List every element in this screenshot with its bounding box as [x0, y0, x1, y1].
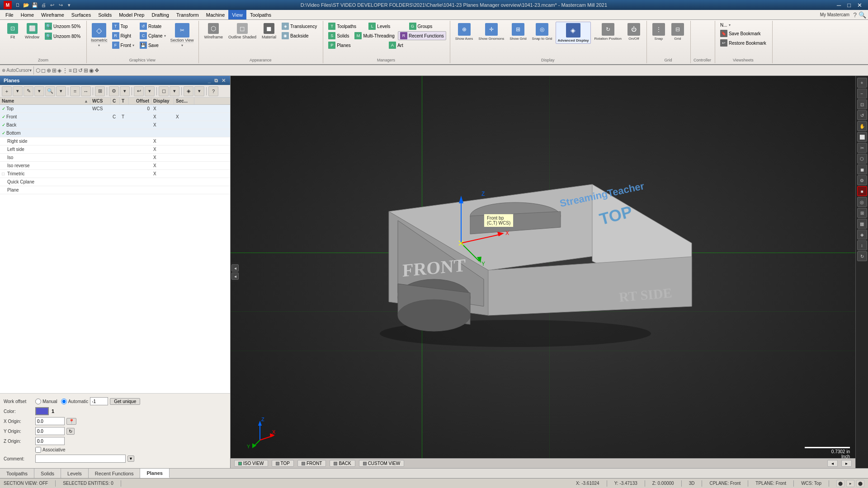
search-icon[interactable]: 🔍 — [859, 11, 866, 19]
panel-float-btn[interactable]: ⧉ — [213, 78, 219, 84]
x-origin-pick-btn[interactable]: 📍 — [66, 418, 76, 425]
front-view-btn[interactable]: F Front ▾ — [110, 41, 137, 50]
status-btn-2[interactable]: ▸ — [846, 480, 854, 487]
vp-nav-left[interactable]: ◂ — [827, 460, 838, 467]
z-origin-input[interactable] — [35, 437, 65, 445]
toolbar-icon-3[interactable]: ⊕ — [47, 67, 51, 74]
associative-checkbox-label[interactable]: Associative — [35, 447, 66, 453]
vp-unknown-5[interactable]: ↕ — [857, 240, 867, 250]
toolbar-icon-11[interactable]: ◉ — [89, 67, 94, 74]
multi-threading-btn[interactable]: M Multi-Threading — [352, 31, 396, 40]
viewport[interactable]: TOP StreamingTeacher FRONT RT SIDE — [231, 76, 868, 468]
menu-drafting[interactable]: Drafting — [148, 10, 173, 19]
qa-redo[interactable]: ↪ — [57, 1, 65, 9]
qa-undo[interactable]: ↩ — [48, 1, 56, 9]
vp-orbit[interactable]: ↺ — [857, 110, 867, 120]
vp-unknown-2[interactable]: ⊞ — [857, 208, 867, 218]
snap-icon[interactable]: ⋮ Snap — [650, 22, 668, 42]
table-row[interactable]: Iso reverse X — [0, 162, 230, 170]
cplane-btn[interactable]: C Cplane ▾ — [137, 31, 168, 40]
outline-btn[interactable]: ◻ Outline Shaded — [226, 22, 259, 41]
qa-more[interactable]: ▾ — [65, 1, 73, 9]
planes-select-dropdown[interactable]: ▾ — [170, 86, 179, 96]
grid-icon[interactable]: ⊟ Grid — [669, 22, 687, 42]
translucency-btn[interactable]: ◈ Translucency — [279, 22, 319, 31]
unzoom80-btn[interactable]: 🔍 Unzoom 80% — [42, 32, 83, 41]
on-off-btn[interactable]: ⏻ On/Off — [625, 22, 643, 42]
planes-edit-btn[interactable]: ✎ — [24, 86, 33, 96]
tab-recent-functions[interactable]: Recent Functions — [89, 469, 141, 478]
table-row[interactable]: Iso X — [0, 154, 230, 162]
color-swatch[interactable] — [35, 407, 49, 415]
vp-unknown-1[interactable]: ◎ — [857, 197, 867, 207]
planes-btn[interactable]: P Planes — [326, 41, 386, 50]
status-btn-1[interactable]: ⬤ — [836, 480, 844, 487]
tab-planes[interactable]: Planes — [140, 469, 169, 478]
planes-dropdown-btn[interactable]: ▾ — [13, 86, 23, 96]
groups-btn[interactable]: G Groups — [407, 22, 446, 31]
vp-zoom-out[interactable]: − — [857, 89, 867, 99]
planes-dropdown2-btn[interactable]: ▾ — [34, 86, 44, 96]
y-origin-input[interactable] — [35, 427, 65, 435]
vp-shaded[interactable]: ◼ — [857, 164, 867, 174]
work-offset-input[interactable] — [90, 397, 108, 405]
x-origin-input[interactable] — [35, 417, 65, 425]
comment-input[interactable] — [35, 455, 126, 463]
qa-open[interactable]: 📂 — [22, 1, 30, 9]
panel-close-btn[interactable]: ✕ — [221, 78, 226, 84]
vp-red-indicator[interactable]: ■ — [857, 186, 867, 196]
save-bookmark-btn[interactable]: 🔖 Save Bookmark — [718, 29, 769, 38]
planes-view-dropdown[interactable]: ▾ — [194, 86, 204, 96]
menu-toolpaths[interactable]: Toolpaths — [246, 10, 275, 19]
tab-levels[interactable]: Levels — [61, 469, 89, 478]
solids-mgr-btn[interactable]: S Solids — [326, 31, 351, 40]
table-row[interactable]: □ Trimetric X — [0, 170, 230, 178]
table-row[interactable]: ✓ Front C T X X — [0, 113, 230, 121]
planes-view-btn[interactable]: ◈ — [184, 86, 193, 96]
vp-unknown-3[interactable]: ▦ — [857, 219, 867, 229]
vp-section[interactable]: ✂ — [857, 143, 867, 153]
art-btn[interactable]: A Art — [387, 41, 446, 50]
toolbar-icon-2[interactable]: ◻ — [41, 67, 46, 74]
menu-model-prep[interactable]: Model Prep — [115, 10, 148, 19]
table-row[interactable]: ✓ Back X — [0, 121, 230, 129]
panel-minimize-btn[interactable]: _ — [207, 78, 212, 84]
backside-btn[interactable]: ◉ Backside — [279, 31, 319, 40]
toolbar-icon-10[interactable]: ⊞ — [84, 67, 88, 74]
right-view-btn[interactable]: R Right — [110, 31, 137, 40]
toolbar-icon-4[interactable]: ⊞ — [52, 67, 57, 74]
iso-view-btn[interactable]: ISO VIEW — [234, 460, 268, 467]
vp-unknown-4[interactable]: ◈ — [857, 230, 867, 239]
unzoom50-btn[interactable]: 🔍 Unzoom 50% — [42, 22, 83, 31]
planes-help-btn[interactable]: ? — [208, 86, 218, 96]
toolbar-icon-6[interactable]: ⋮ — [62, 67, 68, 74]
planes-settings-btn[interactable]: ⚙ — [109, 86, 119, 96]
toolbar-icon-8[interactable]: ⊡ — [73, 67, 77, 74]
planes-settings-dropdown[interactable]: ▾ — [120, 86, 130, 96]
toolbar-icon-7[interactable]: ≡ — [69, 67, 72, 74]
show-grid-btn[interactable]: ⊞ Show Grid — [507, 22, 528, 42]
snap-to-grid-btn[interactable]: ◎ Snap to Grid — [530, 22, 555, 42]
table-row[interactable]: Plane — [0, 186, 230, 194]
tab-toolpaths[interactable]: Toolpaths — [0, 469, 34, 478]
section-view-btn[interactable]: ✂ Section View ▾ — [169, 22, 195, 49]
automatic-radio[interactable] — [61, 399, 67, 404]
comment-btn[interactable]: ▼ — [127, 455, 134, 462]
table-row[interactable]: Left side X — [0, 145, 230, 154]
planes-search-btn[interactable]: 🔍 — [45, 86, 55, 96]
vp-zoom-window[interactable]: ⬜ — [857, 132, 867, 142]
top-view-btn[interactable]: T Top — [110, 22, 137, 31]
back-view-btn[interactable]: BACK — [330, 460, 355, 467]
maximize-btn[interactable]: □ — [845, 2, 853, 9]
fit-btn[interactable]: ⊡ Fit — [4, 22, 22, 41]
qa-new[interactable]: 🗋 — [14, 1, 22, 9]
vp-nav-right[interactable]: ▸ — [841, 460, 852, 467]
toolbar-icon-9[interactable]: ↺ — [78, 67, 83, 74]
my-mastercam[interactable]: My Mastercam — [816, 12, 854, 17]
close-btn[interactable]: ✕ — [855, 2, 864, 9]
isometric-btn[interactable]: ◇ Isometric ▾ — [90, 22, 109, 49]
menu-solids[interactable]: Solids — [94, 10, 115, 19]
help-icon[interactable]: ? — [853, 11, 857, 19]
menu-wireframe[interactable]: Wireframe — [38, 10, 68, 19]
show-axes-btn[interactable]: ⊕ Show Axes — [453, 22, 476, 42]
